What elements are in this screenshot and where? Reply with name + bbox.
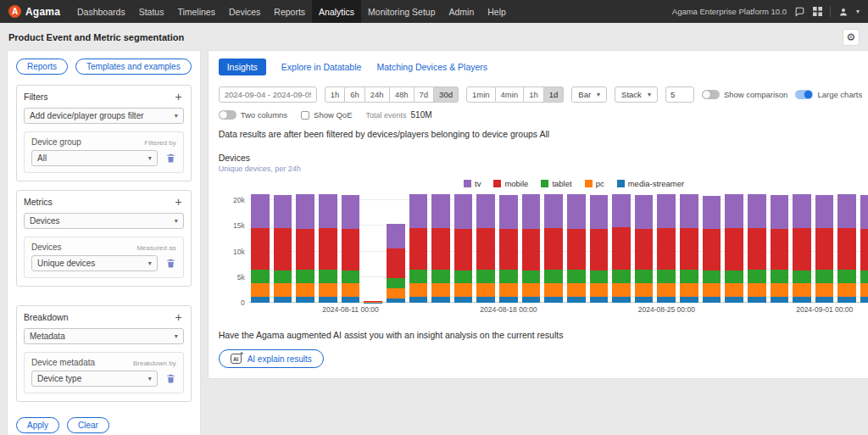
range-button-7d[interactable]: 7d: [415, 86, 435, 103]
measured-as-select[interactable]: Unique devices ▾: [31, 255, 158, 271]
chat-icon[interactable]: [794, 6, 805, 17]
bar-2024-08-07[interactable]: [249, 192, 272, 303]
breakdown-by-select[interactable]: Device type ▾: [31, 371, 158, 387]
apply-button[interactable]: Apply: [16, 417, 59, 433]
range-button-6h[interactable]: 6h: [345, 86, 365, 103]
bar-segment-pc: [590, 283, 609, 296]
large-charts-toggle[interactable]: Large charts: [795, 90, 862, 99]
devices-chart: Devices Unique devices, per 24h tvmobile…: [219, 153, 868, 316]
tab-matching-devices-players[interactable]: Matching Devices & Players: [376, 59, 487, 75]
bar-2024-08-13[interactable]: [384, 192, 407, 303]
two-columns-toggle[interactable]: Two columns: [219, 110, 287, 120]
chart-type-select[interactable]: Bar ▾: [571, 86, 607, 103]
bar-2024-08-26[interactable]: [678, 192, 701, 303]
bar-2024-08-08[interactable]: [271, 192, 294, 303]
nav-item-dashboards[interactable]: Dashboards: [70, 0, 132, 23]
nav-item-analytics[interactable]: Analytics: [312, 0, 361, 23]
bar-segment-tablet: [590, 270, 609, 283]
bar-2024-08-27[interactable]: [700, 192, 723, 303]
filters-header: Filters +: [24, 92, 184, 102]
bar-2024-08-16[interactable]: [452, 192, 475, 303]
interval-button-4min[interactable]: 4min: [496, 86, 525, 103]
bar-segment-mobile: [680, 228, 698, 270]
add-filter-button[interactable]: +: [173, 92, 183, 101]
nav-item-admin[interactable]: Admin: [442, 0, 481, 23]
clear-button[interactable]: Clear: [67, 417, 109, 433]
legend-item-tablet[interactable]: tablet: [541, 179, 571, 188]
delete-breakdown-button[interactable]: [165, 373, 176, 384]
brand-name: Agama: [25, 6, 60, 18]
settings-gear-button[interactable]: ⚙: [843, 29, 860, 46]
range-button-1h[interactable]: 1h: [325, 86, 346, 103]
apps-grid-icon[interactable]: [813, 7, 822, 16]
bar-2024-08-22[interactable]: [587, 192, 610, 303]
bar-segment-media-streamer: [319, 297, 337, 303]
templates-and-examples-button[interactable]: Templates and examples: [75, 59, 192, 75]
nav-item-devices[interactable]: Devices: [222, 0, 267, 23]
bar-2024-09-02[interactable]: [836, 192, 859, 303]
interval-button-1min[interactable]: 1min: [466, 86, 496, 103]
bar-segment-mobile: [476, 228, 495, 270]
metric-type-select[interactable]: Devices ▾: [24, 213, 184, 229]
bar-2024-08-30[interactable]: [768, 192, 791, 303]
stack-mode-select[interactable]: Stack ▾: [615, 86, 658, 103]
tab-insights[interactable]: Insights: [219, 59, 266, 75]
bar-2024-08-25[interactable]: [655, 192, 678, 303]
bar-2024-08-24[interactable]: [632, 192, 655, 303]
top-count-input[interactable]: [665, 86, 694, 103]
bar-2024-08-19[interactable]: [520, 192, 542, 303]
device-metadata-label: Device metadata: [31, 358, 95, 367]
add-breakdown-button[interactable]: +: [173, 313, 183, 321]
nav-item-reports[interactable]: Reports: [267, 0, 312, 23]
legend-item-pc[interactable]: pc: [585, 179, 604, 188]
range-button-48h[interactable]: 48h: [390, 86, 415, 103]
tab-explore-in-datatable[interactable]: Explore in Datatable: [281, 59, 362, 75]
show-comparison-toggle[interactable]: Show comparison: [702, 90, 788, 99]
date-range-input[interactable]: [219, 86, 317, 103]
bar-2024-08-14[interactable]: [407, 192, 430, 303]
add-metric-button[interactable]: +: [173, 198, 183, 206]
user-icon[interactable]: [838, 7, 849, 17]
user-menu-caret-icon[interactable]: ▾: [856, 8, 860, 15]
range-button-24h[interactable]: 24h: [365, 86, 390, 103]
bar-segment-media-streamer: [590, 297, 609, 303]
bar-2024-08-29[interactable]: [745, 192, 768, 303]
reports-button[interactable]: Reports: [16, 59, 68, 75]
brand[interactable]: A Agama: [8, 5, 60, 18]
ai-explain-results-button[interactable]: AI ✦ AI explain results: [219, 349, 324, 368]
nav-item-monitoring-setup[interactable]: Monitoring Setup: [361, 0, 442, 23]
bar-2024-08-28[interactable]: [723, 192, 746, 303]
bar-2024-08-18[interactable]: [498, 192, 520, 303]
bar-2024-09-01[interactable]: [813, 192, 836, 303]
legend-item-media-streamer[interactable]: media-streamer: [617, 179, 685, 188]
bar-2024-08-10[interactable]: [317, 192, 340, 303]
bar-2024-08-15[interactable]: [430, 192, 453, 303]
add-filter-select[interactable]: Add device/player groups filter ▾: [24, 108, 184, 124]
bar-2024-08-09[interactable]: [294, 192, 317, 303]
show-qoe-checkbox[interactable]: Show QoE: [301, 110, 352, 120]
delete-filter-button[interactable]: [165, 153, 176, 164]
bar-2024-08-31[interactable]: [791, 192, 814, 303]
bar-2024-09-03[interactable]: [859, 192, 868, 303]
bar-2024-08-21[interactable]: [565, 192, 587, 303]
bar-segment-media-streamer: [274, 297, 292, 303]
nav-item-timelines[interactable]: Timelines: [170, 0, 222, 23]
bar-segment-tablet: [635, 270, 654, 283]
interval-button-1d[interactable]: 1d: [544, 86, 565, 103]
interval-button-1h[interactable]: 1h: [524, 86, 544, 103]
bar-2024-08-20[interactable]: [542, 192, 565, 303]
legend-item-mobile[interactable]: mobile: [493, 179, 528, 188]
nav-item-status[interactable]: Status: [132, 0, 171, 23]
range-button-30d[interactable]: 30d: [434, 86, 459, 103]
delete-metric-button[interactable]: [165, 258, 176, 269]
legend-item-tv[interactable]: tv: [464, 179, 481, 188]
bar-2024-08-17[interactable]: [475, 192, 498, 303]
breakdown-type-select[interactable]: Metadata ▾: [24, 328, 184, 344]
bar-2024-08-11[interactable]: [339, 192, 362, 303]
bar-2024-08-23[interactable]: [610, 192, 633, 303]
legend-label: tablet: [552, 179, 571, 188]
bar-2024-08-12[interactable]: [362, 192, 385, 303]
device-group-select[interactable]: All ▾: [31, 150, 158, 166]
nav-item-help[interactable]: Help: [481, 0, 513, 23]
legend-swatch-icon: [541, 180, 548, 187]
